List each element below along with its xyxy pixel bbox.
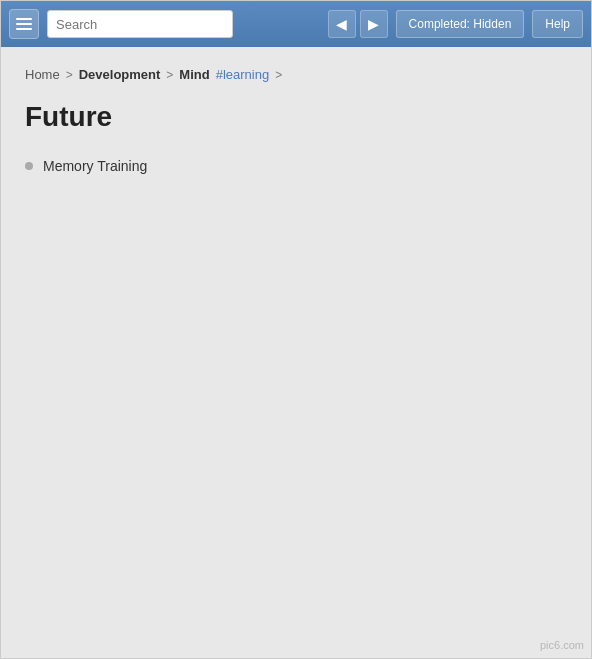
- breadcrumb-home[interactable]: Home: [25, 67, 60, 82]
- app-container: ◀ ▶ Completed: Hidden Help Home > Develo…: [0, 0, 592, 659]
- forward-button[interactable]: ▶: [360, 10, 388, 38]
- breadcrumb-sep-1: >: [66, 68, 73, 82]
- breadcrumb-development[interactable]: Development: [79, 67, 161, 82]
- search-input[interactable]: [47, 10, 233, 38]
- list-item: Memory Training: [25, 154, 567, 178]
- item-label[interactable]: Memory Training: [43, 158, 147, 174]
- breadcrumb-mind[interactable]: Mind: [179, 67, 209, 82]
- completed-button[interactable]: Completed: Hidden: [396, 10, 525, 38]
- breadcrumb-tag[interactable]: #learning: [216, 67, 270, 82]
- nav-buttons: ◀ ▶: [328, 10, 388, 38]
- bullet-icon: [25, 162, 33, 170]
- back-button[interactable]: ◀: [328, 10, 356, 38]
- menu-button[interactable]: [9, 9, 39, 39]
- breadcrumb-sep-3: >: [275, 68, 282, 82]
- page-title: Future: [25, 100, 567, 134]
- breadcrumb-sep-2: >: [166, 68, 173, 82]
- menu-icon: [16, 18, 32, 30]
- item-list: Memory Training: [25, 154, 567, 178]
- help-button[interactable]: Help: [532, 10, 583, 38]
- breadcrumb: Home > Development > Mind #learning >: [25, 67, 567, 82]
- main-content: Home > Development > Mind #learning > Fu…: [1, 47, 591, 658]
- toolbar: ◀ ▶ Completed: Hidden Help: [1, 1, 591, 47]
